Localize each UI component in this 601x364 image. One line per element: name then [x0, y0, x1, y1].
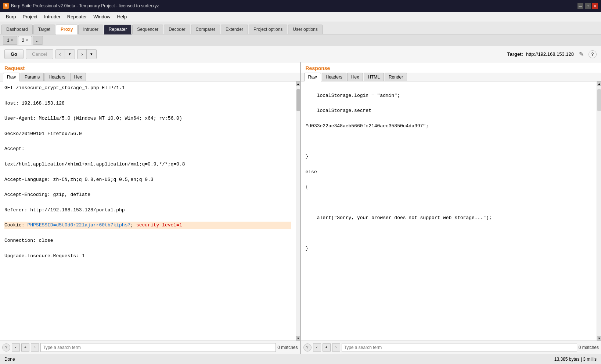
- help-button[interactable]: ?: [589, 50, 597, 58]
- menu-help[interactable]: Help: [114, 13, 130, 21]
- repeater-tab-1-label: 1: [7, 38, 10, 43]
- tab-sequencer[interactable]: Sequencer: [132, 25, 163, 34]
- response-line-8: }: [306, 245, 593, 252]
- response-line-blank-11: [306, 207, 593, 214]
- tab-dashboard[interactable]: Dashboard: [1, 25, 33, 34]
- request-search-prev[interactable]: ‹: [12, 343, 20, 352]
- request-tab-raw[interactable]: Raw: [3, 73, 20, 81]
- request-search-help[interactable]: ?: [2, 343, 10, 352]
- request-panel: Request Raw Params Headers Hex GET /inse…: [0, 62, 301, 354]
- response-line-blank-10: [306, 199, 593, 207]
- main-content: Request Raw Params Headers Hex GET /inse…: [0, 62, 601, 354]
- menu-burp[interactable]: Burp: [3, 13, 19, 21]
- request-search-add[interactable]: +: [21, 343, 29, 352]
- request-line-blank-9: [4, 214, 291, 222]
- response-search-next[interactable]: ›: [332, 343, 340, 352]
- response-search-input[interactable]: [342, 343, 577, 352]
- tab-repeater[interactable]: Repeater: [104, 25, 132, 34]
- response-search-prev[interactable]: ‹: [313, 343, 321, 352]
- back-button[interactable]: ‹: [56, 50, 65, 59]
- request-tab-headers[interactable]: Headers: [44, 73, 69, 81]
- tab-decoder[interactable]: Decoder: [164, 25, 190, 34]
- request-line-blank-4: [4, 138, 291, 146]
- maximize-button[interactable]: □: [585, 3, 591, 9]
- status-right: 13,385 bytes | 3 millis: [554, 357, 597, 362]
- request-line-blank-11: [4, 245, 291, 252]
- window-controls[interactable]: — □ ✕: [577, 3, 598, 9]
- edit-target-button[interactable]: ✎: [577, 50, 586, 59]
- response-scrollbar[interactable]: ▲ ▼: [597, 81, 601, 341]
- response-scroll-up[interactable]: ▲: [597, 81, 601, 86]
- app-icon: B: [3, 3, 9, 9]
- tab-extender[interactable]: Extender: [221, 25, 248, 34]
- request-search-next[interactable]: ›: [31, 343, 39, 352]
- cancel-button[interactable]: Cancel: [26, 49, 53, 59]
- response-tab-render[interactable]: Render: [385, 73, 407, 81]
- forward-button[interactable]: ›: [78, 50, 87, 59]
- minimize-button[interactable]: —: [577, 3, 583, 9]
- request-line-accept-val: text/html,application/xhtml+xml,applicat…: [4, 161, 291, 168]
- statusbar: Done 13,385 bytes | 3 millis: [0, 354, 601, 364]
- repeater-tab-2-close[interactable]: ×: [26, 38, 28, 42]
- response-tab-html[interactable]: HTML: [364, 73, 384, 81]
- request-scroll-down[interactable]: ▼: [296, 336, 300, 341]
- request-line-gecko: Gecko/20100101 Firefox/56.0: [4, 130, 291, 138]
- repeater-subtabs: 1 × 2 × ...: [0, 34, 601, 46]
- request-scroll-up[interactable]: ▲: [296, 81, 300, 86]
- tab-project-options[interactable]: Project options: [249, 25, 287, 34]
- forward-buttons: › ▾: [77, 49, 97, 59]
- tab-proxy[interactable]: Proxy: [56, 25, 78, 34]
- menu-intruder[interactable]: Intruder: [41, 13, 64, 21]
- request-tab-hex[interactable]: Hex: [70, 73, 86, 81]
- response-tab-hex[interactable]: Hex: [347, 73, 363, 81]
- tab-comparer[interactable]: Comparer: [191, 25, 220, 34]
- menu-project[interactable]: Project: [19, 13, 40, 21]
- response-line-4: }: [306, 153, 593, 161]
- response-tab-headers[interactable]: Headers: [322, 73, 346, 81]
- target-url: http://192.168.153.128: [526, 51, 574, 57]
- repeater-tab-1-close[interactable]: ×: [11, 38, 13, 42]
- repeater-tab-1[interactable]: 1 ×: [3, 36, 17, 45]
- request-scroll-thumb[interactable]: [296, 89, 300, 111]
- response-search-help[interactable]: ?: [303, 343, 312, 352]
- response-tab-raw[interactable]: Raw: [304, 73, 321, 81]
- repeater-tab-more[interactable]: ...: [33, 36, 43, 45]
- request-line-blank-2: [4, 107, 291, 115]
- status-left: Done: [4, 357, 15, 362]
- request-line-blank-1: [4, 92, 291, 100]
- cookie-session: PHPSESSID=d5t0d0r22lajarr60tb7kiphs7: [27, 222, 130, 228]
- cookie-sep: ;: [130, 222, 136, 228]
- response-scroll-thumb[interactable]: [597, 89, 601, 111]
- request-tab-params[interactable]: Params: [21, 73, 44, 81]
- request-line-blank-6: [4, 168, 291, 176]
- tab-target[interactable]: Target: [33, 25, 55, 34]
- request-search-input[interactable]: [40, 343, 276, 352]
- response-content[interactable]: localStorage.login = "admin"; localStora…: [301, 81, 597, 341]
- cookie-prefix: Cookie:: [4, 222, 27, 228]
- tab-user-options[interactable]: User options: [288, 25, 322, 34]
- request-scrollbar[interactable]: ▲ ▼: [296, 81, 300, 341]
- menu-window[interactable]: Window: [90, 13, 113, 21]
- forward-dropdown-button[interactable]: ▾: [87, 50, 96, 59]
- titlebar: B Burp Suite Professional v2.0beta - Tem…: [0, 0, 601, 12]
- request-header: Request: [0, 62, 300, 73]
- request-content[interactable]: GET /insecure_crypt_storage_1.php HTTP/1…: [0, 81, 296, 341]
- back-dropdown-button[interactable]: ▾: [65, 50, 75, 59]
- go-button[interactable]: Go: [4, 49, 24, 59]
- response-scroll-down[interactable]: ▼: [597, 336, 601, 341]
- response-line-6: {: [306, 183, 593, 191]
- repeater-tab-2[interactable]: 2 ×: [18, 36, 32, 45]
- tab-intruder[interactable]: Intruder: [78, 25, 103, 34]
- menu-repeater[interactable]: Repeater: [64, 13, 90, 21]
- response-tabs: Raw Headers Hex HTML Render: [301, 73, 601, 81]
- response-panel: Response Raw Headers Hex HTML Render loc…: [301, 62, 601, 354]
- response-line-blank-13: [306, 229, 593, 237]
- request-line-accept-enc: Accept-Encoding: gzip, deflate: [4, 191, 291, 199]
- response-search-add[interactable]: +: [323, 343, 331, 352]
- response-line-blank-5: [306, 138, 593, 146]
- target-label: Target:: [507, 51, 523, 57]
- titlebar-left: B Burp Suite Professional v2.0beta - Tem…: [3, 3, 159, 9]
- response-search-bar: ? ‹ + › 0 matches: [301, 341, 601, 354]
- request-search-bar: ? ‹ + › 0 matches: [0, 341, 300, 354]
- close-button[interactable]: ✕: [592, 3, 598, 9]
